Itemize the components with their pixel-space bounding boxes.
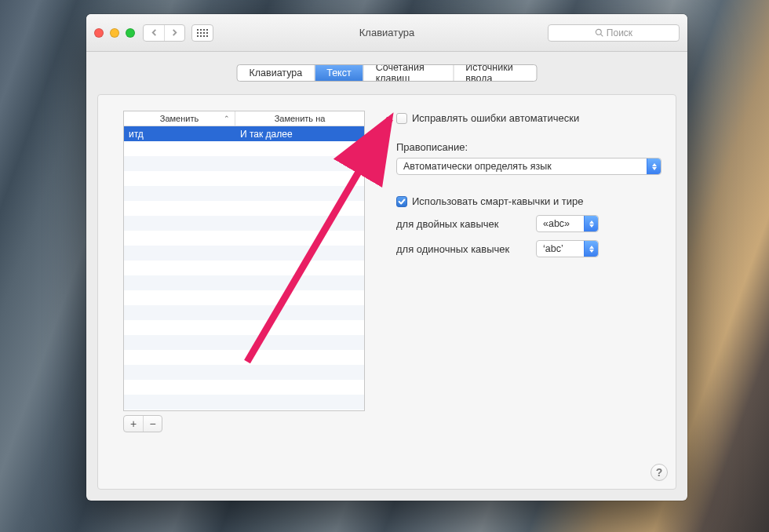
table-row[interactable] — [124, 216, 364, 231]
show-all-button[interactable] — [191, 24, 213, 42]
close-button[interactable] — [94, 28, 104, 38]
double-quotes-select[interactable]: «abc» — [536, 215, 599, 232]
single-quotes-row: для одиночных кавычек ‘abc’ — [396, 240, 660, 257]
cell-with — [235, 305, 364, 320]
cell-with — [235, 246, 364, 261]
table-row[interactable] — [124, 380, 364, 395]
table-row[interactable] — [124, 261, 364, 275]
cell-with — [235, 141, 364, 156]
titlebar: Клавиатура Поиск — [86, 14, 687, 52]
col-replace[interactable]: Заменить ⌃ — [124, 111, 235, 126]
table-body: итдИ так далее — [124, 126, 364, 410]
cell-with — [235, 395, 364, 410]
cell-replace — [124, 290, 235, 305]
table-row[interactable] — [124, 350, 364, 365]
double-quotes-label: для двойных кавычек — [396, 218, 528, 230]
smart-quotes-label: Использовать смарт‑кавычки и тире — [412, 195, 584, 207]
cell-replace — [124, 305, 235, 320]
select-stepper-icon — [584, 241, 598, 257]
auto-correct-row: Исправлять ошибки автоматически — [396, 112, 660, 124]
cell-replace — [124, 216, 235, 231]
double-quotes-value: «abc» — [543, 218, 570, 229]
cell-replace — [124, 335, 235, 350]
cell-with: И так далее — [235, 126, 364, 141]
cell-with — [235, 320, 364, 335]
select-stepper-icon — [647, 159, 661, 174]
cell-with — [235, 186, 364, 201]
remove-button[interactable]: − — [143, 416, 162, 432]
table-row[interactable]: итдИ так далее — [124, 126, 364, 141]
cell-replace — [124, 186, 235, 201]
table-row[interactable] — [124, 290, 364, 305]
text-panel: Заменить ⌃ Заменить на итдИ так далее + … — [97, 94, 676, 490]
content-area: Клавиатура Текст Сочетания клавиш Источн… — [86, 52, 687, 501]
table-row[interactable] — [124, 156, 364, 171]
table-row[interactable] — [124, 201, 364, 216]
tab-shortcuts[interactable]: Сочетания клавиш — [363, 65, 454, 81]
svg-line-1 — [600, 35, 603, 37]
table-row[interactable] — [124, 186, 364, 201]
cell-with — [235, 335, 364, 350]
table-row[interactable] — [124, 305, 364, 320]
cell-replace — [124, 350, 235, 365]
pref-tabs: Клавиатура Текст Сочетания клавиш Источн… — [237, 64, 538, 82]
single-quotes-select[interactable]: ‘abc’ — [536, 240, 599, 257]
cell-replace: итд — [124, 126, 235, 141]
sort-indicator-icon: ⌃ — [224, 115, 230, 122]
col-with[interactable]: Заменить на — [235, 111, 364, 126]
single-quotes-label: для одиночных кавычек — [396, 243, 528, 255]
cell-with — [235, 201, 364, 216]
cell-with — [235, 290, 364, 305]
tab-input-sources[interactable]: Источники ввода — [453, 65, 536, 81]
table-row[interactable] — [124, 320, 364, 335]
spelling-value: Автоматически определять язык — [403, 161, 552, 172]
select-stepper-icon — [584, 216, 598, 231]
cell-replace — [124, 380, 235, 395]
cell-replace — [124, 275, 235, 290]
cell-with — [235, 261, 364, 275]
double-quotes-row: для двойных кавычек «abc» — [396, 215, 660, 232]
spelling-select[interactable]: Автоматически определять язык — [396, 158, 661, 175]
tab-keyboard[interactable]: Клавиатура — [238, 65, 315, 81]
replacements-table[interactable]: Заменить ⌃ Заменить на итдИ так далее — [123, 111, 365, 411]
add-remove-group: + − — [123, 415, 162, 432]
cell-replace — [124, 141, 235, 156]
cell-with — [235, 275, 364, 290]
smart-quotes-row: Использовать смарт‑кавычки и тире — [396, 195, 660, 207]
cell-with — [235, 171, 364, 186]
auto-correct-label: Исправлять ошибки автоматически — [412, 112, 579, 124]
traffic-lights — [94, 28, 135, 38]
minimize-button[interactable] — [110, 28, 119, 38]
table-row[interactable] — [124, 246, 364, 261]
cell-with — [235, 380, 364, 395]
table-row[interactable] — [124, 275, 364, 290]
preferences-window: Клавиатура Поиск Клавиатура Текст Сочета… — [86, 14, 687, 501]
cell-with — [235, 365, 364, 380]
search-field[interactable]: Поиск — [548, 24, 680, 42]
smart-quotes-checkbox[interactable] — [396, 196, 407, 207]
cell-replace — [124, 171, 235, 186]
auto-correct-checkbox[interactable] — [396, 113, 407, 124]
cell-replace — [124, 365, 235, 380]
forward-button[interactable] — [164, 25, 184, 41]
cell-replace — [124, 201, 235, 216]
cell-replace — [124, 320, 235, 335]
table-row[interactable] — [124, 231, 364, 246]
spelling-label: Правописание: — [396, 141, 660, 153]
table-row[interactable] — [124, 365, 364, 380]
cell-with — [235, 156, 364, 171]
tab-text[interactable]: Текст — [314, 65, 363, 81]
table-row[interactable] — [124, 335, 364, 350]
zoom-button[interactable] — [126, 28, 135, 38]
table-row[interactable] — [124, 171, 364, 186]
cell-with — [235, 350, 364, 365]
search-placeholder: Поиск — [607, 27, 632, 38]
back-button[interactable] — [144, 25, 164, 41]
smart-quotes-section: Использовать смарт‑кавычки и тире для дв… — [396, 195, 660, 257]
add-button[interactable]: + — [124, 416, 143, 432]
options-column: Исправлять ошибки автоматически Правопис… — [396, 112, 660, 257]
table-row[interactable] — [124, 395, 364, 410]
table-row[interactable] — [124, 141, 364, 156]
cell-with — [235, 216, 364, 231]
help-button[interactable]: ? — [651, 464, 668, 481]
